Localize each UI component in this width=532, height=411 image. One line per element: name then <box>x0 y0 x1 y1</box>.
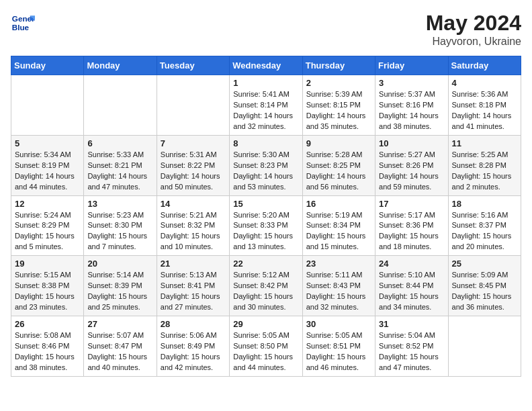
calendar-week-row: 26Sunrise: 5:08 AM Sunset: 8:46 PM Dayli… <box>11 316 521 377</box>
calendar-cell: 6Sunrise: 5:33 AM Sunset: 8:21 PM Daylig… <box>84 135 157 195</box>
calendar-week-row: 19Sunrise: 5:15 AM Sunset: 8:38 PM Dayli… <box>11 256 521 316</box>
calendar-cell: 29Sunrise: 5:05 AM Sunset: 8:50 PM Dayli… <box>230 316 302 377</box>
calendar-cell: 21Sunrise: 5:13 AM Sunset: 8:41 PM Dayli… <box>157 256 229 316</box>
day-info: Sunrise: 5:08 AM Sunset: 8:46 PM Dayligh… <box>15 330 80 373</box>
calendar-cell: 4Sunrise: 5:36 AM Sunset: 8:18 PM Daylig… <box>448 75 521 136</box>
calendar-cell: 17Sunrise: 5:17 AM Sunset: 8:36 PM Dayli… <box>375 195 448 256</box>
day-number: 20 <box>87 259 152 269</box>
day-info: Sunrise: 5:34 AM Sunset: 8:19 PM Dayligh… <box>15 150 80 193</box>
calendar-cell: 18Sunrise: 5:16 AM Sunset: 8:37 PM Dayli… <box>448 195 521 256</box>
logo-icon: General Blue <box>11 11 35 35</box>
day-number: 11 <box>452 138 517 148</box>
day-number: 6 <box>87 138 152 148</box>
day-number: 27 <box>87 319 152 329</box>
calendar-week-row: 5Sunrise: 5:34 AM Sunset: 8:19 PM Daylig… <box>11 135 521 195</box>
calendar-cell: 25Sunrise: 5:09 AM Sunset: 8:45 PM Dayli… <box>448 256 521 316</box>
calendar-table: Sunday Monday Tuesday Wednesday Thursday… <box>11 56 521 377</box>
location: Hayvoron, Ukraine <box>426 36 521 48</box>
day-info: Sunrise: 5:05 AM Sunset: 8:50 PM Dayligh… <box>233 330 298 373</box>
day-number: 9 <box>306 138 371 148</box>
day-number: 22 <box>233 259 298 269</box>
day-info: Sunrise: 5:20 AM Sunset: 8:33 PM Dayligh… <box>233 210 298 253</box>
day-info: Sunrise: 5:07 AM Sunset: 8:47 PM Dayligh… <box>87 330 152 373</box>
calendar-cell: 11Sunrise: 5:25 AM Sunset: 8:28 PM Dayli… <box>448 135 521 195</box>
day-info: Sunrise: 5:09 AM Sunset: 8:45 PM Dayligh… <box>452 270 517 313</box>
col-sunday: Sunday <box>11 56 84 75</box>
calendar-cell: 9Sunrise: 5:28 AM Sunset: 8:25 PM Daylig… <box>302 135 375 195</box>
calendar-cell: 23Sunrise: 5:11 AM Sunset: 8:43 PM Dayli… <box>302 256 375 316</box>
calendar-cell: 10Sunrise: 5:27 AM Sunset: 8:26 PM Dayli… <box>375 135 448 195</box>
logo: General Blue <box>11 11 35 35</box>
calendar-cell: 24Sunrise: 5:10 AM Sunset: 8:44 PM Dayli… <box>375 256 448 316</box>
day-info: Sunrise: 5:11 AM Sunset: 8:43 PM Dayligh… <box>306 270 371 313</box>
day-number: 8 <box>233 138 298 148</box>
calendar-cell: 20Sunrise: 5:14 AM Sunset: 8:39 PM Dayli… <box>84 256 157 316</box>
day-info: Sunrise: 5:04 AM Sunset: 8:52 PM Dayligh… <box>379 330 444 373</box>
col-monday: Monday <box>84 56 157 75</box>
day-info: Sunrise: 5:33 AM Sunset: 8:21 PM Dayligh… <box>87 150 152 193</box>
day-info: Sunrise: 5:19 AM Sunset: 8:34 PM Dayligh… <box>306 210 371 253</box>
day-info: Sunrise: 5:21 AM Sunset: 8:32 PM Dayligh… <box>161 210 226 253</box>
day-number: 12 <box>15 199 80 209</box>
day-info: Sunrise: 5:36 AM Sunset: 8:18 PM Dayligh… <box>452 89 517 132</box>
day-number: 19 <box>15 259 80 269</box>
day-number: 10 <box>379 138 444 148</box>
page-header: General Blue May 2024 Hayvoron, Ukraine <box>11 11 521 48</box>
calendar-cell: 12Sunrise: 5:24 AM Sunset: 8:29 PM Dayli… <box>11 195 84 256</box>
calendar-cell: 1Sunrise: 5:41 AM Sunset: 8:14 PM Daylig… <box>230 75 302 136</box>
day-info: Sunrise: 5:06 AM Sunset: 8:49 PM Dayligh… <box>161 330 226 373</box>
calendar-cell: 14Sunrise: 5:21 AM Sunset: 8:32 PM Dayli… <box>157 195 229 256</box>
calendar-week-row: 12Sunrise: 5:24 AM Sunset: 8:29 PM Dayli… <box>11 195 521 256</box>
day-info: Sunrise: 5:25 AM Sunset: 8:28 PM Dayligh… <box>452 150 517 193</box>
day-info: Sunrise: 5:23 AM Sunset: 8:30 PM Dayligh… <box>87 210 152 253</box>
day-info: Sunrise: 5:41 AM Sunset: 8:14 PM Dayligh… <box>233 89 298 132</box>
day-info: Sunrise: 5:10 AM Sunset: 8:44 PM Dayligh… <box>379 270 444 313</box>
day-number: 14 <box>161 199 226 209</box>
calendar-cell <box>157 75 229 136</box>
calendar-cell: 31Sunrise: 5:04 AM Sunset: 8:52 PM Dayli… <box>375 316 448 377</box>
calendar-cell: 19Sunrise: 5:15 AM Sunset: 8:38 PM Dayli… <box>11 256 84 316</box>
day-number: 1 <box>233 78 298 88</box>
col-friday: Friday <box>375 56 448 75</box>
calendar-cell <box>84 75 157 136</box>
day-number: 30 <box>306 319 371 329</box>
day-info: Sunrise: 5:14 AM Sunset: 8:39 PM Dayligh… <box>87 270 152 313</box>
day-info: Sunrise: 5:15 AM Sunset: 8:38 PM Dayligh… <box>15 270 80 313</box>
calendar-cell: 13Sunrise: 5:23 AM Sunset: 8:30 PM Dayli… <box>84 195 157 256</box>
day-number: 17 <box>379 199 444 209</box>
calendar-cell: 15Sunrise: 5:20 AM Sunset: 8:33 PM Dayli… <box>230 195 302 256</box>
calendar-cell <box>448 316 521 377</box>
calendar-header-row: Sunday Monday Tuesday Wednesday Thursday… <box>11 56 521 75</box>
day-number: 5 <box>15 138 80 148</box>
day-number: 13 <box>87 199 152 209</box>
day-number: 21 <box>161 259 226 269</box>
day-info: Sunrise: 5:17 AM Sunset: 8:36 PM Dayligh… <box>379 210 444 253</box>
col-tuesday: Tuesday <box>157 56 229 75</box>
svg-text:Blue: Blue <box>12 23 30 32</box>
calendar-cell: 27Sunrise: 5:07 AM Sunset: 8:47 PM Dayli… <box>84 316 157 377</box>
calendar-cell: 22Sunrise: 5:12 AM Sunset: 8:42 PM Dayli… <box>230 256 302 316</box>
day-number: 25 <box>452 259 517 269</box>
day-number: 18 <box>452 199 517 209</box>
col-thursday: Thursday <box>302 56 375 75</box>
day-number: 2 <box>306 78 371 88</box>
day-number: 15 <box>233 199 298 209</box>
day-number: 3 <box>379 78 444 88</box>
day-info: Sunrise: 5:27 AM Sunset: 8:26 PM Dayligh… <box>379 150 444 193</box>
day-info: Sunrise: 5:31 AM Sunset: 8:22 PM Dayligh… <box>161 150 226 193</box>
day-info: Sunrise: 5:28 AM Sunset: 8:25 PM Dayligh… <box>306 150 371 193</box>
col-saturday: Saturday <box>448 56 521 75</box>
day-info: Sunrise: 5:39 AM Sunset: 8:15 PM Dayligh… <box>306 89 371 132</box>
calendar-week-row: 1Sunrise: 5:41 AM Sunset: 8:14 PM Daylig… <box>11 75 521 136</box>
calendar-cell: 8Sunrise: 5:30 AM Sunset: 8:23 PM Daylig… <box>230 135 302 195</box>
day-info: Sunrise: 5:24 AM Sunset: 8:29 PM Dayligh… <box>15 210 80 253</box>
day-info: Sunrise: 5:16 AM Sunset: 8:37 PM Dayligh… <box>452 210 517 253</box>
calendar-cell: 28Sunrise: 5:06 AM Sunset: 8:49 PM Dayli… <box>157 316 229 377</box>
title-block: May 2024 Hayvoron, Ukraine <box>426 11 521 48</box>
day-number: 28 <box>161 319 226 329</box>
day-info: Sunrise: 5:12 AM Sunset: 8:42 PM Dayligh… <box>233 270 298 313</box>
day-info: Sunrise: 5:37 AM Sunset: 8:16 PM Dayligh… <box>379 89 444 132</box>
calendar-cell: 5Sunrise: 5:34 AM Sunset: 8:19 PM Daylig… <box>11 135 84 195</box>
col-wednesday: Wednesday <box>230 56 302 75</box>
day-number: 4 <box>452 78 517 88</box>
